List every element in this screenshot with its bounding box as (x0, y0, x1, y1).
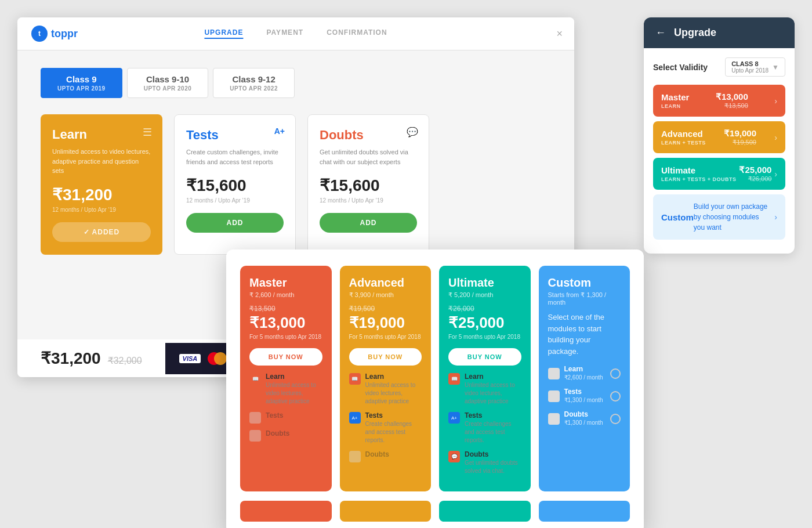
pkg-master-buy-btn[interactable]: BUY NOW (249, 348, 322, 366)
custom-doubts-radio[interactable] (610, 414, 621, 424)
card-price-learn: ₹31,200 (52, 185, 151, 204)
pkg-ultimate-monthly: ₹ 5,200 / month (448, 291, 521, 299)
learn-added-button[interactable]: ✓ ADDED (52, 222, 151, 242)
rp-ultimate-orig: ₹26,000 (739, 175, 771, 183)
custom-learn-price: ₹2,600 / month (564, 374, 606, 382)
pkg-advanced-buy-btn[interactable]: BUY NOW (349, 348, 422, 366)
package-master[interactable]: Master ₹ 2,600 / month ₹13,500 ₹13,000 F… (240, 266, 332, 491)
custom-tests-icon (548, 390, 560, 402)
card-desc-learn: Unlimited access to video lectures, adap… (52, 147, 151, 176)
rp-master-orig: ₹13,500 (716, 102, 748, 110)
pkg-custom-name: Custom (548, 276, 621, 290)
feature-item-learn: 📖 Learn Unlimited access to video lectur… (448, 373, 521, 406)
feature-tests-label: Tests (465, 411, 521, 419)
pkg-advanced-features: 📖 Learn Unlimited access to video lectur… (349, 373, 422, 462)
pkg-master-monthly: ₹ 2,600 / month (249, 291, 322, 299)
custom-footer-btn[interactable] (539, 501, 630, 522)
feature-tests-sub: Create challenges and access test report… (365, 420, 422, 444)
rp-ultimate-sub: LEARN + TESTS + DOUBTS (661, 176, 737, 182)
pkg-ultimate-buy-btn[interactable]: BUY NOW (448, 348, 521, 366)
feature-doubts-label: Doubts (465, 450, 521, 458)
package-advanced[interactable]: Advanced ₹ 3,900 / month ₹19,500 ₹19,000… (340, 266, 432, 491)
class-tab-9-10[interactable]: Class 9-10 UPTO APR 2020 (127, 68, 209, 98)
class-tab-9-12[interactable]: Class 9-12 UPTO APR 2022 (213, 68, 295, 98)
package-ultimate[interactable]: Ultimate ₹ 5,200 / month ₹26,000 ₹25,000… (439, 266, 531, 491)
dropdown-sub: Upto Apr 2018 (731, 67, 768, 74)
step-upgrade[interactable]: UPGRADE (204, 28, 243, 39)
pkg-master-price: ₹13,000 (249, 314, 322, 332)
feature-item-doubts: 💬 Doubts Get unlimited doubts solved via… (448, 450, 521, 475)
chevron-right-icon: › (774, 212, 777, 222)
feature-learn-label: Learn (365, 373, 422, 381)
tests-add-button[interactable]: ADD (186, 213, 284, 233)
feature-tests-label: Tests (266, 411, 283, 419)
feature-learn-label: Learn (266, 373, 322, 381)
rp-custom-desc: Build your own package by choosing modul… (694, 201, 770, 233)
pkg-master-validity: For 5 months upto Apr 2018 (249, 334, 322, 340)
ultimate-footer-btn[interactable] (439, 501, 531, 522)
close-button[interactable]: × (556, 28, 563, 40)
step-confirmation[interactable]: CONFIRMATION (327, 28, 387, 39)
pkg-custom-monthly: Starts from ₹ 1,300 / month (548, 291, 621, 306)
tab-class-label: Class 9-12 (230, 74, 278, 84)
card-desc-doubts: Get unlimited doubts solved via chat wit… (320, 147, 417, 167)
pkg-ultimate-name: Ultimate (448, 276, 521, 290)
feature-doubts-label: Doubts (266, 429, 289, 437)
packages-modal: Master ₹ 2,600 / month ₹13,500 ₹13,000 F… (226, 249, 644, 528)
rp-custom-name: Custom (661, 212, 694, 222)
pkg-custom-features: Learn ₹2,600 / month Tests ₹1,300 / mont… (548, 365, 621, 427)
custom-tests-label: Tests (564, 388, 606, 396)
pkg-master-name: Master (249, 276, 322, 290)
custom-learn-radio[interactable] (610, 368, 621, 379)
rp-plan-advanced[interactable]: Advanced LEARN + TESTS ₹19,000 ₹19,500 › (653, 121, 785, 153)
rp-master-name: Master (661, 92, 689, 102)
rp-plan-custom[interactable]: Custom Build your own package by choosin… (653, 194, 785, 240)
rp-header: ← Upgrade (644, 17, 795, 48)
card-price-label-doubts: 12 months / Upto Apr '19 (320, 197, 417, 204)
class-tab-9[interactable]: Class 9 UPTO APR 2019 (41, 68, 122, 98)
feature-item-doubts: Doubts (249, 429, 322, 442)
card-desc-tests: Create custom challenges, invite friends… (186, 147, 284, 167)
doubts-add-button[interactable]: ADD (320, 213, 417, 233)
dropdown-class: CLASS 8 (731, 60, 768, 67)
chevron-right-icon: › (774, 133, 777, 142)
pkg-custom-desc: Select one of the modules to start build… (548, 312, 621, 357)
chevron-right-icon: › (774, 169, 777, 179)
tab-class-label: Class 9 (57, 74, 106, 84)
class-tabs: Class 9 UPTO APR 2019 Class 9-10 UPTO AP… (41, 68, 551, 98)
card-title-doubts: Doubts (320, 128, 417, 143)
step-payment[interactable]: PAYMENT (266, 28, 303, 39)
rp-ultimate-name: Ultimate (661, 165, 737, 175)
doubts-feature-icon: 💬 (448, 451, 460, 462)
rp-advanced-sub: LEARN + TESTS (661, 140, 706, 146)
rp-class-dropdown[interactable]: CLASS 8 Upto Apr 2018 ▼ (725, 57, 785, 77)
tests-icon: A+ (274, 126, 285, 136)
product-card-learn: Learn ☰ Unlimited access to video lectur… (41, 114, 162, 255)
package-custom[interactable]: Custom Starts from ₹ 1,300 / month Selec… (539, 266, 630, 491)
tab-validity-label: UPTO APR 2020 (144, 85, 192, 92)
learn-feature-icon: 📖 (448, 373, 460, 385)
product-card-doubts: Doubts 💬 Get unlimited doubts solved via… (307, 114, 429, 255)
footer-total-price: ₹31,200 (41, 349, 101, 368)
card-title-tests: Tests (186, 128, 284, 143)
custom-tests-radio[interactable] (610, 391, 621, 402)
custom-feature-learn: Learn ₹2,600 / month (548, 365, 621, 382)
advanced-footer-btn[interactable] (340, 501, 432, 522)
rp-advanced-name: Advanced (661, 129, 706, 139)
card-price-label-learn: 12 months / Upto Apr '19 (52, 207, 151, 213)
rp-plan-ultimate[interactable]: Ultimate LEARN + TESTS + DOUBTS ₹25,000 … (653, 158, 785, 190)
pkg-ultimate-orig: ₹26,000 (448, 305, 521, 313)
main-dialog-header: t toppr UPGRADE PAYMENT CONFIRMATION × (17, 17, 574, 50)
custom-doubts-label: Doubts (564, 410, 606, 418)
tests-feature-icon-disabled (249, 412, 261, 424)
master-footer-btn[interactable] (240, 501, 332, 522)
card-title-learn: Learn (52, 127, 151, 142)
footer-orig-price: ₹32,000 (108, 355, 142, 366)
rp-ultimate-price: ₹25,000 (739, 165, 771, 175)
rp-plan-master[interactable]: Master LEARN ₹13,000 ₹13,500 › (653, 85, 785, 117)
rp-back-button[interactable]: ← (655, 27, 666, 39)
rp-title: Upgrade (674, 27, 716, 39)
feature-doubts-sub: Get unlimited doubts solved via chat. (465, 459, 521, 475)
feature-learn-sub: Unlimited access to video lectures, adap… (465, 381, 521, 406)
tab-class-label: Class 9-10 (144, 74, 192, 84)
